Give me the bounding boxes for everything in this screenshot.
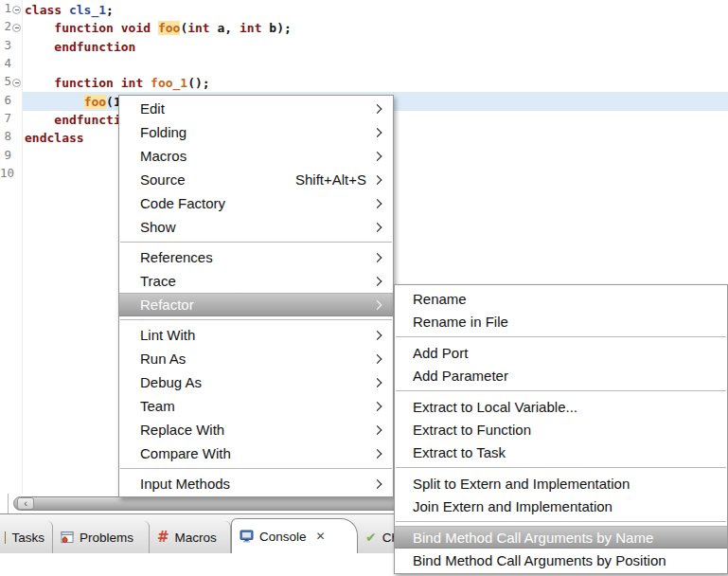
menu-item-label: Lint With [140,327,195,343]
problems-icon [61,531,74,544]
menu-item-label: Source [140,171,186,188]
menu-item-replace-with[interactable]: Replace With [119,418,393,441]
check-icon: ✔ [365,530,377,545]
menu-item-label: Trace [140,273,176,289]
code-token [25,21,54,35]
menu-item-label: Debug As [140,374,202,390]
menu-accelerator: Shift+Alt+S [295,171,382,188]
menu-item-label: Join Extern and Implementation [413,498,613,514]
menu-item-label: Edit [140,100,165,117]
menu-separator [396,467,726,468]
submenu-item-rename-in-file[interactable]: Rename in File [395,310,727,333]
refactor-submenu: RenameRename in FileAdd PortAdd Paramete… [394,284,728,574]
occurrence-highlight: foo [158,21,180,35]
code-token: b); [261,21,291,35]
menu-item-lint-with[interactable]: Lint With [119,323,393,347]
tab-macros[interactable]: # Macros [150,521,231,553]
code-token [25,76,54,90]
submenu-item-add-port[interactable]: Add Port [395,341,727,364]
submenu-arrow-icon [373,402,382,411]
code-token: int [187,21,209,35]
tab-console[interactable]: Console ✕ [231,518,358,553]
code-token: function int [54,76,151,90]
code-line: class cls_1; [25,1,114,19]
menu-item-show[interactable]: Show [119,215,393,239]
code-token: foo_1 [151,76,187,90]
menu-item-folding[interactable]: Folding [119,120,393,144]
tasks-icon [5,531,6,544]
menu-item-refactor[interactable]: Refactor [119,293,393,316]
tab-problems[interactable]: Problems [53,521,150,553]
menu-item-label: Add Parameter [413,368,508,384]
submenu-item-extract-to-local-variable[interactable]: Extract to Local Variable... [395,395,727,418]
fold-marker-icon[interactable] [12,6,21,14]
menu-item-input-methods[interactable]: Input Methods [119,472,393,495]
line-number: 1 [0,1,11,19]
fold-marker-icon[interactable] [12,79,21,87]
menu-item-label: Run As [140,351,186,367]
submenu-item-bind-method-call-arguments-by-name[interactable]: Bind Method Call Arguments by Name [395,526,727,549]
submenu-item-bind-method-call-arguments-by-position[interactable]: Bind Method Call Arguments by Position [395,549,727,571]
menu-item-label: Rename in File [413,314,508,330]
menu-separator [120,319,392,320]
menu-item-debug-as[interactable]: Debug As [119,370,393,394]
menu-item-label: Show [140,219,176,235]
menu-item-compare-with[interactable]: Compare With [119,441,393,465]
submenu-arrow-icon [373,300,382,310]
menu-item-label: Split to Extern and Implementation [413,476,630,492]
code-token: a, [210,21,240,35]
submenu-item-extract-to-task[interactable]: Extract to Task [395,441,727,463]
menu-item-label: Rename [413,291,467,307]
submenu-item-split-to-extern-and-implementation[interactable]: Split to Extern and Implementation [395,472,727,495]
menu-item-run-as[interactable]: Run As [119,347,393,370]
scrollbar-left-arrow-icon[interactable]: ‹ [17,497,34,510]
menu-item-label: Extract to Task [413,444,506,460]
menu-separator [396,390,726,391]
code-line: function int foo_1(); [25,74,210,92]
submenu-arrow-icon [373,378,382,387]
menu-item-label: Team [140,398,175,414]
code-token: int [240,21,261,35]
code-line: endfunction [25,38,135,56]
menu-item-label: Input Methods [140,476,230,492]
submenu-arrow-icon [373,277,382,286]
submenu-item-extract-to-function[interactable]: Extract to Function [395,418,727,441]
submenu-item-join-extern-and-implementation[interactable]: Join Extern and Implementation [395,495,727,517]
submenu-arrow-icon [373,199,382,208]
code-token: class [25,3,69,17]
code-token: ; [106,3,114,17]
menu-item-label: Bind Method Call Arguments by Position [413,552,666,568]
close-icon[interactable]: ✕ [316,530,326,543]
line-number: 9 [0,148,11,166]
line-number: 3 [0,38,11,56]
menu-item-edit[interactable]: Edit [119,97,393,120]
code-token: endfunction [54,40,135,54]
code-line: endclass [25,129,84,147]
console-icon [240,530,254,543]
line-number: 7 [0,111,11,129]
menu-item-code-factory[interactable]: Code Factory [119,191,393,215]
menu-item-trace[interactable]: Trace [119,269,393,293]
code-token: endclass [25,131,84,145]
menu-separator [396,521,726,522]
submenu-arrow-icon [373,223,382,232]
code-line: function void foo(int a, int b); [25,19,292,37]
menu-item-source[interactable]: SourceShift+Alt+S [119,168,393,191]
submenu-arrow-icon [373,449,382,459]
tab-tasks[interactable]: Tasks [0,521,53,553]
menu-item-label: Replace With [140,422,224,438]
submenu-item-rename[interactable]: Rename [395,287,727,310]
line-number: 4 [0,56,11,74]
occurrence-highlight: foo [84,95,106,109]
tab-label: Problems [80,531,133,545]
fold-marker-icon[interactable] [12,24,21,32]
menu-item-references[interactable]: References [119,245,393,269]
menu-item-team[interactable]: Team [119,394,393,418]
code-token: (); [187,76,209,90]
menu-item-macros[interactable]: Macros [119,144,393,168]
menu-item-label: Bind Method Call Arguments by Name [413,530,653,546]
line-number: 5 [0,74,11,92]
ide-window: class cls_1; function void foo(int a, in… [0,0,728,576]
hash-icon: # [157,529,169,546]
submenu-item-add-parameter[interactable]: Add Parameter [395,364,727,387]
